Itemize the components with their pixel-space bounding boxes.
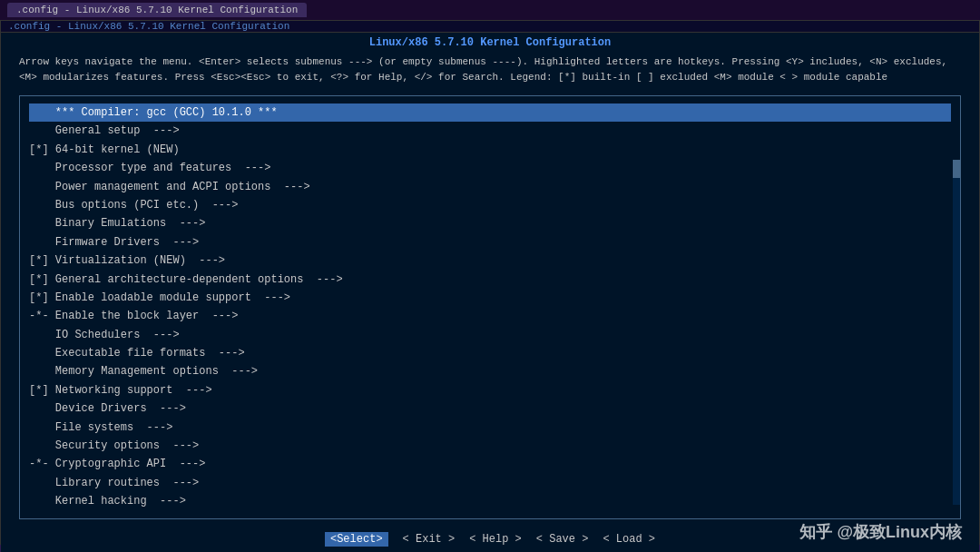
terminal-titlebar: .config - Linux/x86 5.7.10 Kernel Config…	[1, 21, 979, 33]
kconfig-title: Linux/x86 5.7.10 Kernel Configuration	[1, 33, 979, 53]
menu-item[interactable]: Kernel hacking --->	[29, 492, 951, 510]
menu-item[interactable]: File systems --->	[29, 419, 951, 437]
help-line1: Arrow keys navigate the menu. <Enter> se…	[19, 54, 961, 70]
kconfig-button-0[interactable]: <Select>	[325, 532, 388, 547]
kconfig-button-2[interactable]: < Help >	[469, 533, 522, 546]
menu-item[interactable]: Memory Management options --->	[29, 362, 951, 380]
kconfig-buttons: <Select>< Exit >< Help >< Save >< Load >	[1, 525, 979, 552]
terminal-window: .config - Linux/x86 5.7.10 Kernel Config…	[0, 20, 980, 545]
menu-item[interactable]: General setup --->	[29, 122, 951, 140]
kconfig-button-3[interactable]: < Save >	[536, 533, 589, 546]
kconfig-area: Linux/x86 5.7.10 Kernel Configuration Ar…	[1, 33, 979, 552]
menu-item[interactable]: Executable file formats --->	[29, 344, 951, 362]
terminal-title: .config - Linux/x86 5.7.10 Kernel Config…	[8, 21, 289, 32]
menu-item[interactable]: IO Schedulers --->	[29, 326, 951, 344]
help-line2: <M> modularizes features. Press <Esc><Es…	[19, 70, 961, 85]
menu-item[interactable]: Power management and ACPI options --->	[29, 178, 951, 196]
menu-item[interactable]: [*] Enable loadable module support --->	[29, 289, 951, 307]
menu-item[interactable]: -*- Cryptographic API --->	[29, 455, 951, 473]
menu-item[interactable]: Security options --->	[29, 437, 951, 455]
kconfig-help: Arrow keys navigate the menu. <Enter> se…	[1, 53, 979, 90]
taskbar-tab[interactable]: .config - Linux/x86 5.7.10 Kernel Config…	[7, 3, 307, 17]
menu-item[interactable]: Bus options (PCI etc.) --->	[29, 196, 951, 214]
menu-item[interactable]: [*] 64-bit kernel (NEW)	[29, 141, 951, 159]
menu-item[interactable]: [*] Virtualization (NEW) --->	[29, 251, 951, 270]
menu-item[interactable]: Processor type and features --->	[29, 159, 951, 177]
menu-item[interactable]: [*] General architecture-dependent optio…	[29, 271, 951, 289]
kconfig-button-1[interactable]: < Exit >	[403, 533, 456, 546]
menu-item[interactable]: Library routines --->	[29, 474, 951, 492]
menu-item[interactable]: [*] Networking support --->	[29, 381, 951, 399]
kconfig-button-4[interactable]: < Load >	[603, 533, 655, 546]
kconfig-menu-box[interactable]: *** Compiler: gcc (GCC) 10.1.0 *** Gener…	[19, 95, 961, 519]
desktop: .config - Linux/x86 5.7.10 Kernel Config…	[0, 0, 980, 552]
menu-item[interactable]: Device Drivers --->	[29, 399, 951, 418]
taskbar-top: .config - Linux/x86 5.7.10 Kernel Config…	[0, 0, 980, 20]
menu-item[interactable]: Firmware Drivers --->	[29, 233, 951, 251]
scrollbar-thumb[interactable]	[953, 160, 960, 178]
menu-item[interactable]: *** Compiler: gcc (GCC) 10.1.0 ***	[29, 104, 951, 122]
menu-item[interactable]: -*- Enable the block layer --->	[29, 307, 951, 325]
scrollbar[interactable]	[953, 160, 960, 505]
menu-item[interactable]: Binary Emulations --->	[29, 214, 951, 232]
